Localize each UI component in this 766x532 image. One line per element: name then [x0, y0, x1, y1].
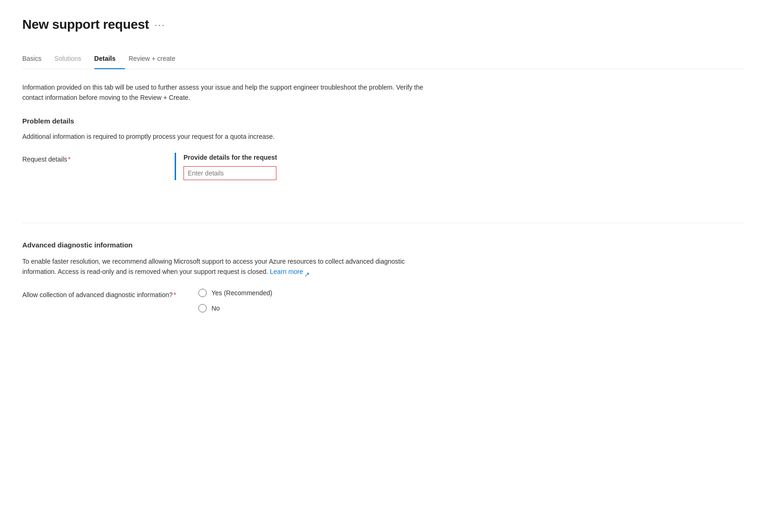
radio-option-yes[interactable]: Yes (Recommended): [198, 288, 477, 298]
advanced-diagnostic-header: Advanced diagnostic information: [22, 240, 744, 251]
tab-solutions[interactable]: Solutions: [54, 49, 91, 69]
advanced-diagnostic-section: Advanced diagnostic information To enabl…: [22, 240, 744, 313]
required-star: *: [68, 156, 71, 163]
advanced-diagnostic-description: To enable faster resolution, we recommen…: [22, 256, 440, 277]
tabs-container: Basics Solutions Details Review + create: [22, 49, 744, 69]
enter-details-input[interactable]: [183, 166, 276, 180]
radio-label-yes: Yes (Recommended): [211, 288, 272, 298]
page-container: New support request ··· Basics Solutions…: [0, 0, 766, 339]
page-title: New support request: [22, 15, 149, 34]
required-star-2: *: [174, 291, 176, 298]
page-header: New support request ···: [22, 15, 744, 34]
problem-details-description: Additional information is required to pr…: [22, 132, 744, 142]
panel-label: Provide details for the request: [175, 153, 453, 180]
problem-details-section: Problem details Additional information i…: [22, 116, 744, 181]
radio-circle-yes[interactable]: [198, 289, 207, 297]
panel-title: Provide details for the request: [183, 153, 453, 162]
panel-content: Provide details for the request: [183, 153, 453, 180]
request-details-label: Request details*: [22, 153, 152, 164]
tab-details[interactable]: Details: [94, 49, 125, 69]
tab-review-create[interactable]: Review + create: [129, 49, 185, 69]
request-details-row: Request details* Provide details for the…: [22, 153, 744, 180]
allow-collection-row: Allow collection of advanced diagnostic …: [22, 288, 744, 313]
learn-more-link[interactable]: Learn more↗: [270, 268, 310, 275]
radio-label-no: No: [211, 304, 220, 313]
radio-option-no[interactable]: No: [198, 304, 477, 313]
tab-basics[interactable]: Basics: [22, 49, 51, 69]
divider: [22, 223, 744, 223]
more-options-icon[interactable]: ···: [155, 18, 165, 32]
radio-group: Yes (Recommended) No: [198, 288, 477, 313]
request-details-control: Provide details for the request: [175, 153, 453, 180]
external-link-icon: ↗: [304, 269, 310, 275]
blue-border-left: [175, 153, 176, 180]
radio-group-control: Yes (Recommended) No: [198, 288, 477, 313]
spacer: [22, 191, 744, 206]
intro-text: Information provided on this tab will be…: [22, 82, 440, 103]
radio-circle-no[interactable]: [198, 304, 207, 312]
problem-details-header: Problem details: [22, 116, 744, 127]
allow-collection-label: Allow collection of advanced diagnostic …: [22, 288, 176, 300]
